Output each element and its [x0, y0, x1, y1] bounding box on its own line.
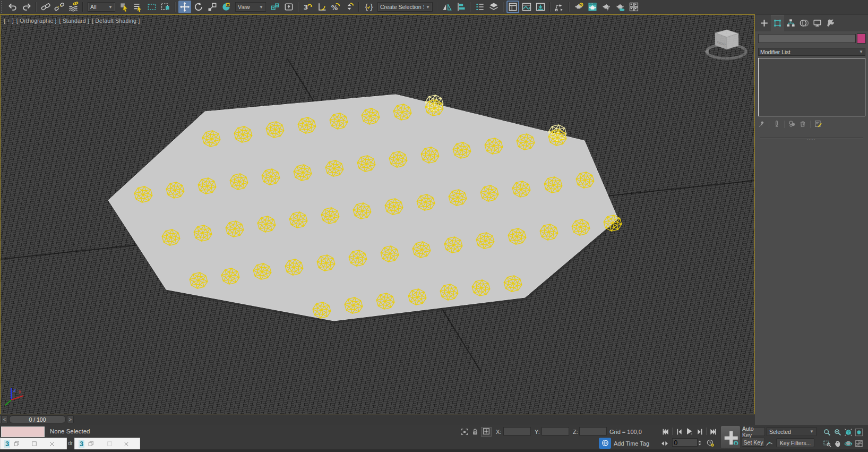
maximize-window-icon[interactable]	[31, 440, 38, 447]
render-setup-button[interactable]	[586, 1, 599, 13]
select-by-name-button[interactable]	[132, 1, 144, 13]
scatter-sphere[interactable]	[230, 174, 248, 190]
spinner-snap-toggle-button[interactable]	[343, 1, 356, 13]
set-key-button[interactable]: Set Key	[742, 438, 765, 447]
scatter-sphere[interactable]	[330, 113, 348, 129]
pan-button[interactable]	[832, 438, 843, 448]
select-and-move-button[interactable]	[178, 1, 191, 13]
keyboard-shortcut-override-button[interactable]	[282, 1, 295, 13]
use-pivot-point-center-button[interactable]	[220, 1, 233, 13]
scatter-sphere[interactable]	[517, 134, 535, 150]
close-window-icon[interactable]	[123, 440, 130, 448]
percent-snap-toggle-button[interactable]: %	[329, 1, 342, 13]
z-coordinate-field[interactable]	[579, 427, 607, 436]
scatter-sphere[interactable]	[393, 104, 411, 120]
modifier-list-dropdown[interactable]: Modifier List ▼	[758, 48, 865, 56]
scatter-sphere[interactable]	[381, 246, 399, 262]
edit-named-selection-sets-button[interactable]: {}	[362, 1, 375, 13]
remove-modifier-button[interactable]	[798, 120, 807, 129]
zoom-region-button[interactable]	[822, 438, 832, 448]
scatter-sphere[interactable]	[285, 259, 303, 275]
bind-to-space-warp-button[interactable]	[67, 1, 80, 13]
tab-hierarchy[interactable]	[784, 15, 797, 31]
select-and-rotate-button[interactable]	[192, 1, 205, 13]
maximize-window-icon[interactable]	[106, 440, 113, 447]
scatter-sphere[interactable]	[425, 100, 443, 116]
scatter-sphere[interactable]	[321, 208, 339, 224]
scatter-sphere[interactable]	[449, 190, 467, 206]
material-editor-button[interactable]	[572, 1, 585, 13]
selection-set-dropdown[interactable]: Selected ▼	[767, 427, 817, 436]
scatter-sphere[interactable]	[345, 297, 363, 313]
scatter-sphere[interactable]	[572, 219, 590, 235]
key-filters-button[interactable]: Key Filters...	[776, 438, 814, 447]
scatter-sphere[interactable]	[357, 156, 375, 172]
scatter-sphere[interactable]	[453, 142, 471, 158]
zoom-extents-button[interactable]	[843, 427, 853, 437]
scatter-sphere[interactable]	[476, 233, 494, 249]
auto-key-button[interactable]: Auto Key	[742, 427, 765, 436]
restore-window-icon[interactable]	[88, 440, 94, 447]
make-unique-button[interactable]	[788, 120, 796, 129]
show-end-result-button[interactable]	[772, 120, 781, 129]
next-frame-slider-button[interactable]: >	[67, 415, 74, 423]
scatter-sphere[interactable]	[576, 172, 594, 188]
scatter-sphere[interactable]	[485, 138, 503, 154]
scatter-sphere[interactable]	[417, 194, 435, 210]
scatter-sphere[interactable]	[313, 302, 331, 318]
tab-create[interactable]	[758, 15, 771, 31]
undo-button[interactable]	[6, 1, 19, 13]
default-tangent-button[interactable]	[765, 438, 775, 448]
scatter-sphere[interactable]	[604, 215, 622, 231]
zoom-all-button[interactable]	[832, 427, 843, 437]
x-coordinate-field[interactable]	[503, 427, 531, 436]
view-cube[interactable]: FRONT	[704, 30, 746, 58]
object-name-field[interactable]	[758, 34, 856, 43]
tab-modify[interactable]	[771, 15, 784, 31]
scatter-sphere[interactable]	[202, 131, 220, 147]
scatter-sphere[interactable]	[190, 272, 208, 288]
go-to-start-button[interactable]	[661, 427, 671, 437]
scatter-sphere[interactable]	[480, 185, 499, 201]
toggle-ribbon-button[interactable]	[506, 1, 519, 13]
scatter-sphere[interactable]	[421, 147, 439, 163]
scatter-sphere[interactable]	[134, 186, 152, 202]
maxscript-mini-listener[interactable]	[1, 427, 45, 437]
set-keys-button[interactable]	[720, 425, 741, 449]
viewport-menu-pov[interactable]: [ Orthographic ]	[16, 18, 57, 24]
close-window-icon[interactable]	[48, 440, 56, 448]
toolbar-grip[interactable]	[1, 1, 4, 13]
scatter-sphere[interactable]	[512, 181, 530, 197]
pin-stack-button[interactable]	[757, 120, 766, 129]
reference-coordinate-system-dropdown[interactable]: View▼	[235, 2, 266, 12]
scatter-sphere[interactable]	[540, 224, 558, 240]
previous-frame-slider-button[interactable]: <	[1, 415, 8, 423]
scatter-sphere[interactable]	[440, 284, 458, 300]
play-button[interactable]	[684, 427, 694, 436]
go-to-end-button[interactable]	[708, 427, 718, 437]
tab-display[interactable]	[811, 15, 824, 31]
rectangular-selection-region-button[interactable]	[145, 1, 158, 13]
key-mode-toggle[interactable]	[660, 439, 669, 448]
select-and-scale-button[interactable]	[206, 1, 219, 13]
restore-window-icon[interactable]	[13, 440, 20, 447]
scatter-sphere[interactable]	[472, 280, 490, 296]
previous-frame-button[interactable]	[674, 427, 684, 437]
viewport-menu-general[interactable]: [ + ]	[4, 18, 14, 24]
modifier-stack-list[interactable]	[758, 58, 865, 116]
zoom-button[interactable]	[822, 427, 832, 437]
tab-motion[interactable]	[797, 15, 811, 31]
scatter-sphere[interactable]	[349, 250, 367, 266]
time-slider[interactable]: 0 / 100	[9, 415, 66, 423]
scatter-sphere[interactable]	[508, 228, 526, 244]
configure-modifier-sets-button[interactable]	[814, 120, 822, 129]
scatter-sphere[interactable]	[266, 122, 284, 138]
next-frame-button[interactable]	[695, 427, 705, 437]
frame-spinner[interactable]	[697, 438, 703, 448]
scatter-sphere[interactable]	[408, 289, 426, 305]
scatter-sphere[interactable]	[221, 268, 239, 284]
toggle-scene-explorer-button[interactable]	[474, 1, 486, 13]
scatter-sphere[interactable]	[325, 160, 343, 176]
scatter-sphere[interactable]	[385, 199, 403, 215]
scatter-sphere[interactable]	[544, 177, 562, 193]
